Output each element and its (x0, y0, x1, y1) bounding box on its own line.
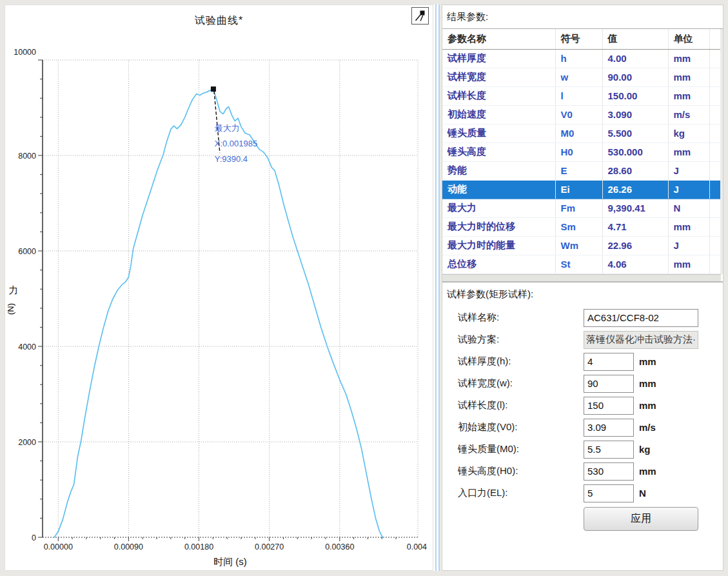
name-cell: 总位移 (442, 255, 555, 273)
table-vertical-scrollbar[interactable] (720, 29, 723, 274)
symbol-cell: l (555, 86, 602, 105)
value-cell: 5.500 (602, 124, 668, 143)
name-cell: 最大力 (442, 199, 555, 217)
form-row: 试验方案: (442, 329, 723, 351)
sample-name-label: 试样名称: (442, 312, 584, 324)
unit-cell: N (668, 199, 709, 217)
table-row[interactable]: 试样宽度w90.00mm (442, 68, 721, 86)
symbol-cell: Ei (555, 180, 602, 199)
form-row: 试样宽度(w):mm (442, 373, 723, 395)
table-row[interactable]: 最大力时的位移Sm4.71mm (442, 217, 721, 236)
table-row[interactable]: 最大力时的能量Wm22.96J (442, 236, 721, 255)
marker-tool-button[interactable] (411, 7, 429, 25)
peak-marker-icon (412, 16, 428, 26)
form-row: 锤头高度(H0):mm (442, 461, 723, 482)
name-cell: 试样宽度 (442, 68, 555, 86)
width-w-field[interactable] (584, 375, 634, 393)
name-cell: 试样厚度 (442, 49, 555, 68)
form-row: 锤头质量(M0):kg (442, 439, 723, 461)
table-row[interactable]: 锤头高度H0530.000mm (442, 143, 721, 161)
value-cell: 150.00 (602, 86, 668, 105)
extra-cell (709, 86, 721, 105)
extra-cell (709, 255, 721, 273)
unit-label: kg (639, 444, 651, 455)
y-tick-label: 8000 (18, 152, 36, 161)
unit-cell: J (668, 180, 709, 199)
x-tick-label: 0.00000 (44, 542, 73, 551)
y-tick-label: 10000 (14, 48, 36, 57)
symbol-cell: Fm (555, 199, 602, 217)
mass-m0-label: 锤头质量(M0): (442, 443, 584, 455)
sample-parameters-form: 试样名称:试验方案:试样厚度(h):mm试样宽度(w):mm试样长度(l):mm… (442, 306, 723, 504)
thickness-h-field[interactable] (584, 353, 634, 371)
force-time-chart: 02000400060008000100000.000000.000900.00… (5, 34, 433, 571)
thickness-h-label: 试样厚度(h): (442, 355, 584, 368)
velocity-v0-field[interactable] (584, 419, 634, 437)
symbol-cell: h (555, 49, 602, 68)
panel-splitter[interactable] (433, 5, 442, 571)
mass-m0-field[interactable] (584, 441, 634, 459)
column-header-3[interactable]: 单位 (668, 29, 709, 49)
value-cell: 4.00 (602, 49, 668, 68)
extra-cell (709, 161, 721, 180)
value-cell: 26.26 (602, 180, 668, 199)
unit-cell: kg (668, 124, 709, 143)
width-w-label: 试样宽度(w): (442, 377, 584, 390)
test-method-field[interactable] (584, 331, 698, 349)
value-cell: 3.090 (602, 105, 668, 124)
sample-name-field[interactable] (584, 309, 698, 327)
value-cell: 28.60 (602, 161, 668, 180)
table-horizontal-scrollbar[interactable] (442, 274, 721, 281)
symbol-cell: w (555, 68, 602, 86)
y-tick-label: 2000 (18, 438, 36, 447)
entry-force-el-label: 入口力(EL): (442, 487, 584, 499)
table-row[interactable]: 初始速度V03.090m/s (442, 105, 721, 124)
results-table-wrap: 参数名称符号值单位 试样厚度h4.00mm试样宽度w90.00mm试样长度l15… (442, 29, 723, 281)
test-method-label: 试验方案: (442, 333, 584, 346)
name-cell: 最大力时的位移 (442, 217, 555, 236)
unit-cell: mm (668, 255, 709, 273)
extra-cell (709, 236, 721, 255)
value-cell: 9,390.41 (602, 199, 668, 217)
table-row[interactable]: 势能E28.60J (442, 161, 721, 180)
unit-label: mm (639, 466, 656, 477)
column-header-1[interactable]: 符号 (555, 29, 602, 49)
table-row[interactable]: 最大力Fm9,390.41N (442, 199, 721, 217)
y-tick-label: 4000 (18, 343, 36, 352)
height-h0-label: 锤头高度(H0): (442, 465, 584, 477)
unit-label: mm (639, 378, 656, 389)
x-tick-label: 0.00360 (325, 542, 354, 551)
length-l-field[interactable] (584, 397, 634, 415)
table-row[interactable]: 动能Ei26.26J (442, 180, 721, 199)
symbol-cell: E (555, 161, 602, 180)
table-row[interactable]: 总位移St4.06mm (442, 255, 721, 273)
y-tick-label: 6000 (18, 247, 36, 256)
velocity-v0-label: 初始速度(V0): (442, 421, 584, 433)
apply-button[interactable]: 应用 (584, 507, 698, 531)
chart-title: 试验曲线* (5, 14, 433, 28)
table-row[interactable]: 锤头质量M05.500kg (442, 124, 721, 143)
unit-cell: mm (668, 143, 709, 161)
form-row: 试样名称: (442, 307, 723, 329)
peak-marker (211, 86, 216, 92)
unit-label: mm (639, 400, 656, 411)
column-header-2[interactable]: 值 (602, 29, 668, 49)
unit-cell: mm (668, 49, 709, 68)
name-cell: 初始速度 (442, 105, 555, 124)
unit-cell: mm (668, 86, 709, 105)
form-row: 入口力(EL):N (442, 482, 723, 504)
entry-force-el-field[interactable] (584, 484, 634, 502)
height-h0-field[interactable] (584, 462, 634, 481)
table-row[interactable]: 试样厚度h4.00mm (442, 49, 721, 68)
results-section: 结果参数: 参数名称符号值单位 试样厚度h4.00mm试样宽度w90.00mm试… (442, 5, 723, 283)
results-header-row: 参数名称符号值单位 (442, 29, 721, 49)
unit-cell: J (668, 161, 709, 180)
table-row[interactable]: 试样长度l150.00mm (442, 86, 721, 105)
annotation-x-value: X:0.001985 (215, 139, 258, 148)
extra-cell (709, 68, 721, 86)
form-row: 试样厚度(h):mm (442, 351, 723, 373)
value-cell: 22.96 (602, 236, 668, 255)
column-header-0[interactable]: 参数名称 (442, 29, 555, 49)
x-edge-tick-label: 0.004 (407, 542, 427, 551)
name-cell: 试样长度 (442, 86, 555, 105)
